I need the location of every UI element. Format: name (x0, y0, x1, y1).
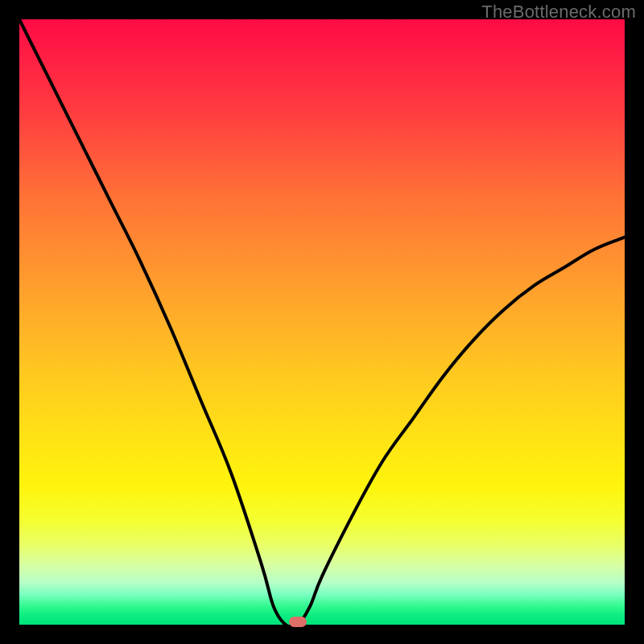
curve-path (19, 19, 625, 627)
optimum-marker (289, 617, 307, 627)
chart-frame: TheBottleneck.com (0, 0, 644, 644)
bottleneck-curve (19, 19, 625, 625)
watermark-text: TheBottleneck.com (481, 2, 636, 23)
